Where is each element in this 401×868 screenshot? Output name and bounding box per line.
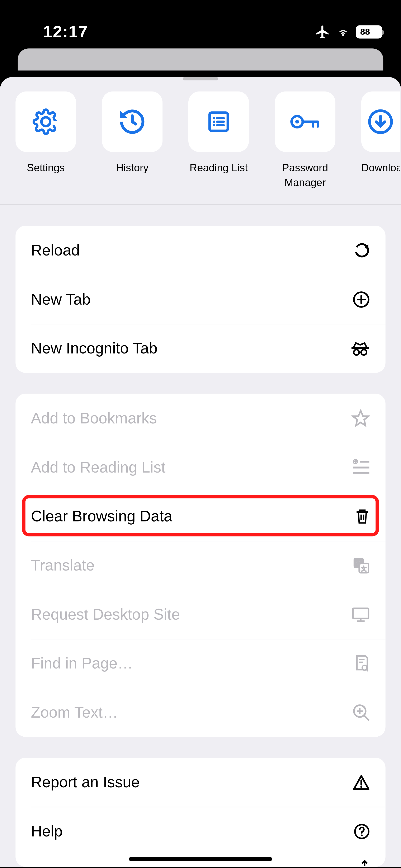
add-reading-list-icon: [352, 459, 370, 476]
menu-reload[interactable]: Reload: [16, 226, 385, 275]
key-icon: [275, 92, 335, 152]
gear-icon: [16, 92, 76, 152]
quick-history[interactable]: History: [102, 92, 162, 190]
menu-report-issue[interactable]: Report an Issue: [16, 758, 385, 807]
menu-new-tab[interactable]: New Tab: [16, 275, 385, 324]
menu-find-in-page: Find in Page…: [16, 639, 385, 688]
download-icon: [361, 92, 400, 152]
svg-point-41: [360, 786, 362, 787]
desktop-icon: [351, 606, 370, 623]
svg-point-43: [361, 834, 363, 836]
menu-zoom-text: Zoom Text…: [16, 688, 385, 737]
star-icon: [351, 409, 370, 428]
quick-password-manager[interactable]: Password Manager: [275, 92, 335, 190]
menu-group-3: Report an Issue Help: [16, 758, 385, 867]
warning-icon: [352, 774, 370, 790]
status-time: 12:17: [43, 23, 88, 41]
svg-point-3: [213, 124, 215, 127]
svg-text:文: 文: [361, 565, 367, 572]
translate-icon: G文: [352, 557, 370, 574]
history-icon: [102, 92, 162, 152]
wifi-icon: [336, 26, 350, 38]
menu-group-2: Add to Bookmarks Add to Reading List Cle…: [16, 394, 385, 737]
svg-line-37: [364, 715, 369, 720]
sheet-grabber[interactable]: [183, 77, 218, 81]
menu-group-1: Reload New Tab New Incognito Tab: [16, 226, 385, 373]
background-tab: [18, 49, 383, 70]
menu-help[interactable]: Help: [16, 807, 385, 856]
menu-request-desktop-site: Request Desktop Site: [16, 590, 385, 639]
quick-reading-list[interactable]: Reading List: [188, 92, 249, 190]
home-indicator[interactable]: [129, 857, 272, 861]
reload-icon: [353, 242, 370, 259]
zoom-icon: [352, 704, 370, 721]
trash-icon: [354, 508, 370, 525]
find-page-icon: [353, 654, 370, 673]
battery-icon: 88: [356, 25, 382, 38]
svg-point-1: [213, 117, 215, 120]
svg-point-34: [362, 665, 367, 670]
svg-point-17: [361, 349, 367, 355]
reading-list-icon: [188, 92, 249, 152]
incognito-icon: [350, 340, 370, 356]
menu-sheet: Settings History Reading List Password M…: [0, 77, 401, 867]
plus-circle-icon: [352, 290, 370, 308]
quick-downloads[interactable]: Downloads: [361, 92, 400, 190]
arrow-icon: [359, 860, 370, 867]
help-icon: [353, 823, 370, 840]
menu-add-bookmarks: Add to Bookmarks: [16, 394, 385, 443]
menu-add-reading-list: Add to Reading List: [16, 443, 385, 492]
status-bar: 12:17 88: [0, 0, 401, 49]
svg-point-8: [295, 120, 299, 124]
svg-point-16: [354, 349, 359, 355]
svg-point-2: [213, 121, 215, 123]
menu-clear-browsing-data[interactable]: Clear Browsing Data: [16, 492, 385, 541]
airplane-icon: [315, 24, 331, 40]
quick-settings[interactable]: Settings: [16, 92, 76, 190]
quick-actions-row: Settings History Reading List Password M…: [0, 92, 401, 205]
svg-rect-29: [353, 608, 369, 618]
menu-new-incognito-tab[interactable]: New Incognito Tab: [16, 324, 385, 373]
svg-text:G: G: [356, 559, 361, 566]
menu-translate: Translate G文: [16, 541, 385, 590]
status-icons: 88: [315, 24, 382, 40]
